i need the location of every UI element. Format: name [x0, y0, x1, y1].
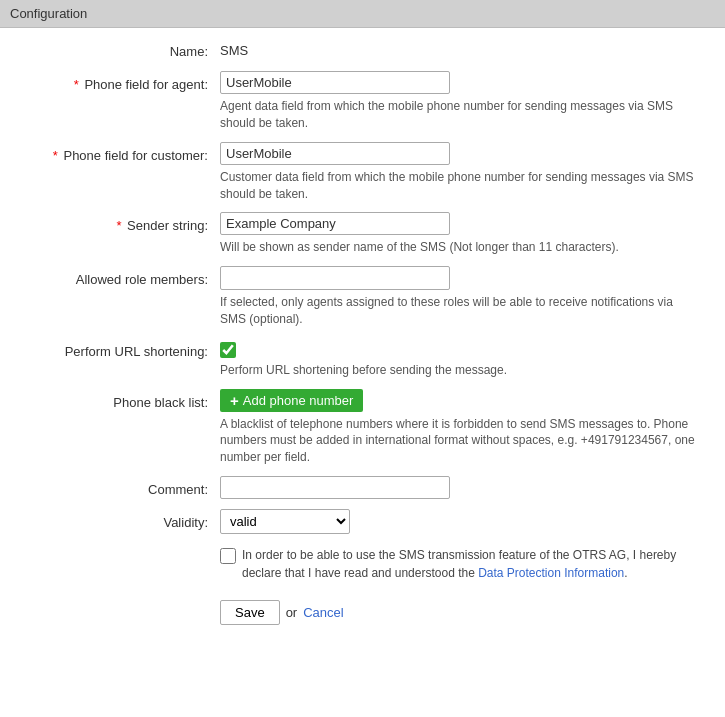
phone-customer-input[interactable] [220, 142, 450, 165]
validity-select[interactable]: valid invalid [220, 509, 350, 534]
consent-spacer [10, 544, 220, 549]
actions-spacer [10, 592, 220, 597]
cancel-link[interactable]: Cancel [303, 605, 343, 620]
name-row: Name: SMS [10, 38, 715, 61]
add-phone-label: Add phone number [243, 393, 354, 408]
allowed-roles-row: Allowed role members: If selected, only … [10, 266, 715, 328]
url-shortening-content: Perform URL shortening before sending th… [220, 338, 715, 379]
or-text: or [286, 605, 298, 620]
actions-content: Save or Cancel [220, 592, 715, 625]
consent-content: In order to be able to use the SMS trans… [220, 544, 715, 582]
url-shortening-checkbox[interactable] [220, 342, 236, 358]
sender-label: * Sender string: [10, 212, 220, 235]
url-shortening-checkbox-row [220, 340, 715, 358]
sender-content: Will be shown as sender name of the SMS … [220, 212, 715, 256]
consent-checkbox[interactable] [220, 548, 236, 564]
url-shortening-label: Perform URL shortening: [10, 338, 220, 361]
name-value: SMS [220, 38, 715, 58]
phone-agent-content: Agent data field from which the mobile p… [220, 71, 715, 132]
consent-checkbox-row: In order to be able to use the SMS trans… [220, 546, 715, 582]
phone-agent-input[interactable] [220, 71, 450, 94]
page-wrapper: Configuration Name: SMS * Phone field fo… [0, 0, 725, 717]
actions-row: Save or Cancel [10, 592, 715, 625]
required-star-sender: * [116, 218, 121, 233]
allowed-roles-input[interactable] [220, 266, 450, 290]
phone-blacklist-label: Phone black list: [10, 389, 220, 412]
comment-content [220, 476, 715, 499]
save-button[interactable]: Save [220, 600, 280, 625]
phone-agent-label: * Phone field for agent: [10, 71, 220, 94]
allowed-roles-hint: If selected, only agents assigned to the… [220, 294, 700, 328]
name-label: Name: [10, 38, 220, 61]
phone-blacklist-content: + Add phone number A blacklist of teleph… [220, 389, 715, 466]
phone-customer-label: * Phone field for customer: [10, 142, 220, 165]
validity-row: Validity: valid invalid [10, 509, 715, 534]
required-star-customer: * [53, 148, 58, 163]
validity-label: Validity: [10, 509, 220, 532]
config-header: Configuration [0, 0, 725, 28]
validity-content: valid invalid [220, 509, 715, 534]
comment-input[interactable] [220, 476, 450, 499]
consent-row: In order to be able to use the SMS trans… [10, 544, 715, 582]
allowed-roles-label: Allowed role members: [10, 266, 220, 289]
consent-text: In order to be able to use the SMS trans… [242, 546, 682, 582]
action-row: Save or Cancel [220, 600, 715, 625]
phone-customer-content: Customer data field from which the mobil… [220, 142, 715, 203]
name-content: SMS [220, 38, 715, 58]
form-body: Name: SMS * Phone field for agent: Agent… [0, 28, 725, 655]
phone-customer-row: * Phone field for customer: Customer dat… [10, 142, 715, 203]
phone-agent-row: * Phone field for agent: Agent data fiel… [10, 71, 715, 132]
config-title: Configuration [10, 6, 87, 21]
plus-icon: + [230, 393, 239, 408]
comment-row: Comment: [10, 476, 715, 499]
phone-blacklist-hint: A blacklist of telephone numbers where i… [220, 416, 700, 466]
sender-row: * Sender string: Will be shown as sender… [10, 212, 715, 256]
sender-input[interactable] [220, 212, 450, 235]
required-star-agent: * [74, 77, 79, 92]
comment-label: Comment: [10, 476, 220, 499]
url-shortening-hint: Perform URL shortening before sending th… [220, 362, 700, 379]
sender-hint: Will be shown as sender name of the SMS … [220, 239, 700, 256]
phone-blacklist-row: Phone black list: + Add phone number A b… [10, 389, 715, 466]
phone-agent-hint: Agent data field from which the mobile p… [220, 98, 700, 132]
url-shortening-row: Perform URL shortening: Perform URL shor… [10, 338, 715, 379]
allowed-roles-content: If selected, only agents assigned to the… [220, 266, 715, 328]
consent-text-part2: . [624, 566, 627, 580]
data-protection-link[interactable]: Data Protection Information [478, 566, 624, 580]
phone-customer-hint: Customer data field from which the mobil… [220, 169, 700, 203]
add-phone-button[interactable]: + Add phone number [220, 389, 363, 412]
